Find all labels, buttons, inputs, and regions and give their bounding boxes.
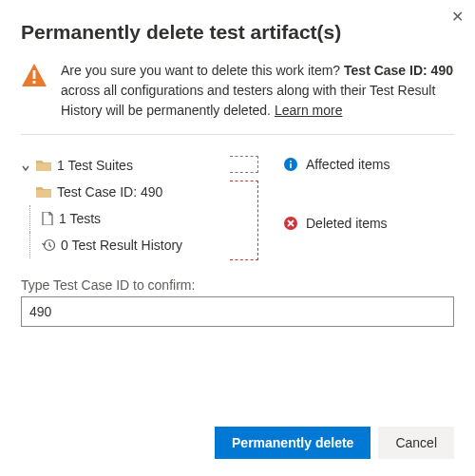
svg-rect-1 bbox=[33, 70, 36, 79]
document-icon bbox=[42, 212, 53, 225]
learn-more-link[interactable]: Learn more bbox=[275, 103, 343, 118]
dialog-footer: Permanently delete Cancel bbox=[215, 427, 454, 459]
legend-deleted: Deleted items bbox=[283, 211, 454, 236]
info-icon bbox=[283, 157, 298, 172]
chevron-down-icon bbox=[21, 161, 30, 170]
legend-affected-label: Affected items bbox=[306, 157, 390, 172]
svg-rect-2 bbox=[33, 81, 36, 84]
svg-rect-8 bbox=[290, 161, 292, 162]
permanently-delete-button[interactable]: Permanently delete bbox=[215, 427, 370, 459]
divider bbox=[21, 134, 454, 135]
warning-bold: Test Case ID: 490 bbox=[344, 63, 453, 78]
error-icon bbox=[283, 216, 298, 231]
deleted-bracket bbox=[230, 181, 258, 260]
svg-rect-4 bbox=[36, 190, 51, 198]
tree-history-row[interactable]: 0 Test Result History bbox=[21, 232, 220, 258]
legend-affected: Affected items bbox=[283, 152, 454, 177]
warning-icon bbox=[21, 63, 48, 90]
artifact-tree: 1 Test Suites Test Case ID: 490 1 Tests … bbox=[21, 152, 220, 258]
confirm-label: Type Test Case ID to confirm: bbox=[21, 277, 454, 293]
warning-text: Are you sure you want to delete this wor… bbox=[61, 61, 454, 121]
legend: Affected items Deleted items bbox=[277, 152, 454, 258]
bracket-column bbox=[230, 152, 268, 258]
legend-deleted-label: Deleted items bbox=[306, 216, 388, 231]
confirm-input[interactable] bbox=[21, 296, 454, 327]
svg-rect-3 bbox=[36, 163, 51, 171]
warning-row: Are you sure you want to delete this wor… bbox=[21, 61, 454, 121]
tree-case-row[interactable]: Test Case ID: 490 bbox=[21, 179, 220, 205]
affected-bracket bbox=[230, 156, 258, 173]
tree-case-label: Test Case ID: 490 bbox=[57, 184, 162, 200]
warning-prefix: Are you sure you want to delete this wor… bbox=[61, 63, 344, 78]
tree-history-label: 0 Test Result History bbox=[61, 238, 182, 253]
svg-rect-7 bbox=[290, 163, 292, 168]
close-icon[interactable]: ✕ bbox=[451, 8, 464, 26]
tree-suites-label: 1 Test Suites bbox=[57, 158, 133, 173]
folder-icon bbox=[36, 185, 51, 199]
tree-tests-label: 1 Tests bbox=[59, 211, 101, 226]
history-icon bbox=[42, 238, 55, 252]
tree-tests-row[interactable]: 1 Tests bbox=[21, 205, 220, 232]
cancel-button[interactable]: Cancel bbox=[378, 427, 454, 459]
dialog-title: Permanently delete test artifact(s) bbox=[21, 21, 454, 44]
folder-icon bbox=[36, 159, 51, 172]
warning-suffix: across all configurations and testers al… bbox=[61, 83, 435, 118]
tree-suites-row[interactable]: 1 Test Suites bbox=[21, 152, 220, 179]
content-area: 1 Test Suites Test Case ID: 490 1 Tests … bbox=[21, 152, 454, 258]
